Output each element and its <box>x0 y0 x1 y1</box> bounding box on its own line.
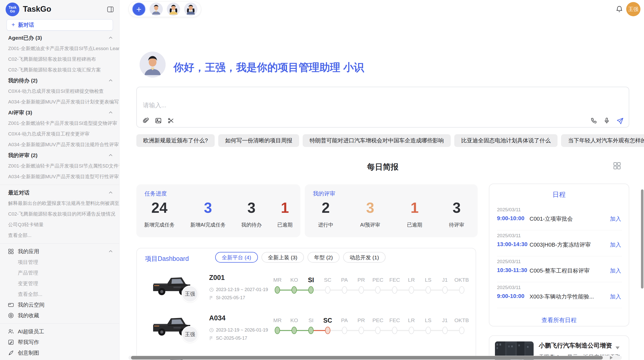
milestone-node-J1[interactable] <box>442 327 448 334</box>
sidebar-item[interactable]: Z001-全新燃油皮卡产品开发项目SI节点Lesson Learn报告 <box>0 43 120 54</box>
schedule-items: 2025/03/119:00-10:00C001-立项审批会加入2025/03/… <box>497 204 622 308</box>
sidebar-section-header[interactable]: AI评审 (3) <box>0 107 120 118</box>
my-apps-header[interactable]: 我的应用 <box>0 246 120 257</box>
scissors-icon[interactable] <box>167 117 174 124</box>
milestone-node-LR[interactable] <box>409 327 414 334</box>
briefing-layout-grid-icon[interactable] <box>612 161 622 170</box>
recent-chats-header[interactable]: 最近对话 <box>0 187 120 198</box>
send-icon[interactable] <box>616 117 623 124</box>
milestone-node-LR[interactable] <box>409 286 414 294</box>
stat-label: 进行中 <box>318 221 333 228</box>
milestone-node-PR[interactable] <box>359 286 364 294</box>
milestone-node-SC[interactable] <box>325 327 330 334</box>
image-icon[interactable] <box>155 117 162 124</box>
milestone-node-SI[interactable] <box>308 327 314 334</box>
milestone-node-MR[interactable] <box>275 286 280 294</box>
milestone-node-KO[interactable] <box>291 327 297 334</box>
agent-avatar-2[interactable] <box>167 3 180 16</box>
milestone-node-FEC[interactable] <box>392 327 397 334</box>
join-meeting-link[interactable]: 加入 <box>610 293 621 301</box>
join-meeting-link[interactable]: 加入 <box>610 241 621 249</box>
dashboard-tab[interactable]: 年型 (2) <box>308 252 340 263</box>
milestone-node-KO[interactable] <box>291 286 297 294</box>
assistant-avatar <box>140 52 166 78</box>
milestone-node-SI[interactable] <box>308 286 314 294</box>
sidebar-item[interactable]: A034-全新新能源MUV产品开发项目法规符合性评审 <box>0 139 120 150</box>
project-row[interactable]: 王强 A034 2023-12-19 ~ 2026-01-19 SC-2025-… <box>137 312 477 352</box>
dashboard-tab[interactable]: 全新上装 (3) <box>261 252 304 263</box>
suggestion-chip[interactable]: 特朗普可能对进口汽车增税会对中国车企造成哪些影响 <box>303 134 451 147</box>
milestone-node-PA[interactable] <box>342 286 347 294</box>
stat-value: 1 <box>281 200 289 215</box>
sidebar-item-帮我写作[interactable]: 帮我写作 <box>0 337 120 348</box>
view-all-chats-link[interactable]: 查看全部... <box>0 230 120 241</box>
milestone-node-MR[interactable] <box>275 327 280 334</box>
scroll-down-arrow-icon[interactable] <box>616 347 620 349</box>
suggestion-chip[interactable]: 比亚迪全固态电池计划具体说了什么 <box>454 134 558 147</box>
collapse-sidebar-icon[interactable] <box>107 6 114 13</box>
milestone-node-LS[interactable] <box>426 286 431 294</box>
recent-chat-item[interactable]: C02-飞腾新能源轻客改款项目的闭环通告反馈情况 <box>0 209 120 219</box>
app-item[interactable]: 变更管理 <box>0 278 120 289</box>
agent-avatar-3[interactable] <box>184 3 197 16</box>
milestone-node-PEC[interactable] <box>375 286 380 294</box>
view-all-schedule-link[interactable]: 查看所有日程 <box>489 316 629 324</box>
sidebar-item-我的收藏[interactable]: 我的收藏 <box>0 310 120 321</box>
microphone-icon[interactable] <box>603 117 610 124</box>
dashboard-tab[interactable]: 动总开发 (1) <box>343 252 386 263</box>
sidebar-item[interactable]: C02-飞腾新能源轻客改款项目里程碑画布 <box>0 54 120 65</box>
join-meeting-link[interactable]: 加入 <box>610 267 621 275</box>
sidebar-item[interactable]: C0X4-动力总成开发项目SI里程碑提交物检查 <box>0 86 120 97</box>
app-item[interactable]: 项目管理 <box>0 257 120 267</box>
milestone-node-FEC[interactable] <box>392 286 397 294</box>
milestone-node-PR[interactable] <box>359 327 364 334</box>
recent-chat-item[interactable]: 解释最新出台的欧盟报废车法规再生塑料比例被调至15%... <box>0 198 120 209</box>
sidebar-item-创意制图[interactable]: 创意制图 <box>0 348 120 358</box>
sidebar-section-header[interactable]: 我的待办 (2) <box>0 75 120 86</box>
attachment-icon[interactable] <box>142 117 149 124</box>
sidebar-item[interactable]: A034-全新新能源MUV产品开发项目造型可行性评审 <box>0 171 120 182</box>
add-agent-button[interactable]: + <box>132 3 145 16</box>
sidebar-item[interactable]: Z001-全新燃油轻卡产品开发项目SI造型提交物评审 <box>0 118 120 129</box>
schedule-time: 10:30-11:30 <box>497 267 527 274</box>
new-chat-button[interactable]: + 新对话 <box>7 19 113 31</box>
horizontal-scrollbar-thumb[interactable] <box>131 356 603 359</box>
notifications-bell-icon[interactable] <box>615 5 623 13</box>
sidebar-item[interactable]: Z001-全新燃油轻卡产品开发项目SI节点属性5D文件评审 <box>0 161 120 171</box>
sidebar-section-header[interactable]: 我的评审 (2) <box>0 150 120 161</box>
recent-chat-item[interactable]: 公司Q3轻卡销量 <box>0 219 120 230</box>
sidebar-item-AI超级员工[interactable]: AI超级员工 <box>0 326 120 337</box>
dashboard-tab[interactable]: 全新平台 (4) <box>215 252 258 263</box>
milestone-node-OKTB[interactable] <box>459 286 464 294</box>
join-meeting-link[interactable]: 加入 <box>610 215 621 223</box>
vertical-scrollbar-thumb[interactable] <box>641 189 643 289</box>
scroll-right-arrow-icon[interactable] <box>610 356 613 359</box>
sidebar-item-我的云空间[interactable]: 我的云空间 <box>0 299 120 310</box>
agent-avatar-1[interactable] <box>150 3 163 16</box>
suggestion-chip[interactable]: 如何写一份清晰的项目周报 <box>218 134 299 147</box>
sidebar-section-header[interactable]: Agent已办 (3) <box>0 33 120 43</box>
suggestion-chip[interactable]: 欧洲新规最近颁布了什么? <box>136 134 215 147</box>
horizontal-scrollbar-track[interactable] <box>128 356 622 360</box>
milestone-track: MRKOSISCPAPRPECFECLRLSJ1OKTB <box>269 316 470 336</box>
project-row[interactable]: 王强 Z001 2023-12-19 ~ 2027-01-19 SI-2025-… <box>137 271 477 312</box>
milestone-node-OKTB[interactable] <box>459 327 464 334</box>
phone-call-icon[interactable] <box>590 117 597 124</box>
milestone-node-J1[interactable] <box>442 286 448 294</box>
suggestion-chip[interactable]: 当下年轻人对汽车外观有怎样的喜好趋势 <box>561 134 644 147</box>
sidebar-item[interactable]: A034-全新新能源MUV产品开发项目计划变更表编写 <box>0 97 120 107</box>
milestone-label-LR: LR <box>403 316 420 325</box>
sidebar-section: AI评审 (3)Z001-全新燃油轻卡产品开发项目SI造型提交物评审C0X4-动… <box>0 107 120 150</box>
message-input[interactable] <box>142 101 473 109</box>
milestone-node-SC[interactable] <box>325 286 330 294</box>
sidebar-item[interactable]: C02-飞腾新能源轻客改款项目立项汇报方案 <box>0 65 120 75</box>
flag-icon <box>209 295 214 300</box>
flag-icon <box>209 336 214 341</box>
app-item[interactable]: 产品管理 <box>0 267 120 278</box>
view-all-apps-link[interactable]: 查看全部... <box>0 289 120 299</box>
milestone-node-LS[interactable] <box>426 327 431 334</box>
sidebar-item[interactable]: C0X4-动力总成开发项目工程变更评审 <box>0 129 120 139</box>
milestone-node-PEC[interactable] <box>375 327 380 334</box>
milestone-node-PA[interactable] <box>342 327 347 334</box>
user-avatar[interactable]: 王强 <box>626 2 640 16</box>
